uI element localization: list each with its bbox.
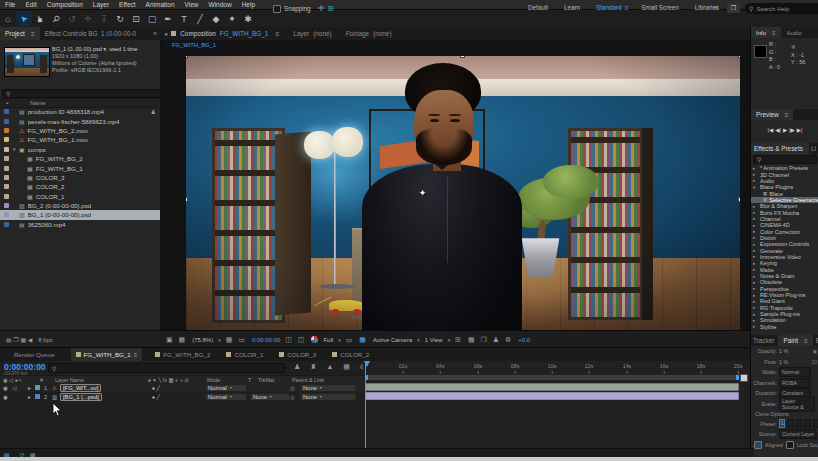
twirl-icon[interactable]: ▸ <box>751 261 758 266</box>
project-item-bg1-psd[interactable]: ▥ BG_1 (0-00-00-00).psd <box>0 210 160 219</box>
twirl-icon[interactable]: ▸ <box>751 204 758 209</box>
label-color-swatch[interactable] <box>4 137 9 142</box>
project-footer-icons[interactable]: ▤ ❐ ▦ ◀ <box>6 336 32 343</box>
home-tool[interactable]: ⌂ <box>0 11 16 26</box>
twirl-icon[interactable]: ▸ <box>751 178 758 183</box>
roto-brush-tool[interactable]: ✱ <box>240 11 256 26</box>
tab-comp-fg-with-bg-1[interactable]: FG_WITH_BG_1 ≡ <box>71 348 143 361</box>
twirl-icon[interactable]: ▸ <box>751 166 758 171</box>
effect-category-expression-controls[interactable]: ▸ Expression Controls <box>751 241 818 247</box>
eye-icon[interactable]: ◉ <box>3 394 8 400</box>
label-color-swatch[interactable] <box>4 184 9 189</box>
composition-navigator-chip[interactable]: FG_WITH_BG_1 <box>163 40 225 50</box>
panel-menu-icon[interactable]: ≡ <box>804 337 808 344</box>
project-bit-depth[interactable]: 8 bpc <box>38 337 53 343</box>
clone-preset-button[interactable] <box>787 419 793 428</box>
menu-item[interactable]: Effect <box>114 0 141 9</box>
layer-label-color[interactable] <box>35 385 40 390</box>
tab-comp-color-1[interactable]: COLOR_1 <box>226 348 266 361</box>
audio-icon[interactable]: ◁ <box>12 385 16 391</box>
first-frame-button[interactable]: |◀ <box>768 127 774 133</box>
workspace-overflow-icon[interactable]: » <box>714 4 718 11</box>
twirl-icon[interactable]: ▸ <box>751 299 758 304</box>
tab-libraries-truncated[interactable]: Li <box>811 145 816 152</box>
clone-preset-button[interactable] <box>796 419 802 428</box>
clone-preset-button[interactable]: 1 <box>779 419 785 428</box>
exposure-value[interactable]: +0.0 <box>518 337 530 343</box>
back-icon[interactable]: ◂ <box>164 30 167 38</box>
brush-tool[interactable]: ╱ <box>192 11 208 26</box>
selection-handle[interactable] <box>738 56 740 58</box>
last-frame-button[interactable]: ▶| <box>797 127 803 133</box>
pickwhip-icon[interactable]: ◎ <box>290 385 295 391</box>
pickwhip-icon[interactable]: ◎ <box>290 394 295 400</box>
region-of-interest-icon[interactable]: ▭ <box>346 336 355 344</box>
label-color-swatch[interactable] <box>4 128 9 133</box>
selection-handle[interactable] <box>186 197 188 202</box>
project-folder-comps[interactable]: ▾ ▣ comps <box>0 145 160 154</box>
workspace-tab[interactable]: Learn <box>564 4 583 11</box>
tab-tracker[interactable]: Tracker <box>753 337 774 344</box>
pan-camera-tool[interactable]: ✛ <box>80 11 96 26</box>
menu-item[interactable]: Layer <box>88 0 114 9</box>
label-column-icon[interactable]: ▪ <box>0 100 30 106</box>
viewer-timecode[interactable]: 0:00:00:00 <box>252 337 280 343</box>
grid-mask-icons[interactable]: ▦ ▭ <box>226 336 247 344</box>
tab-audio[interactable]: Audio <box>787 30 802 36</box>
panel-menu-icon[interactable]: ≡ <box>31 30 35 37</box>
panel-menu-icon[interactable]: ≡ <box>772 30 776 36</box>
type-tool[interactable]: T <box>176 11 192 26</box>
label-color-swatch[interactable] <box>4 212 9 217</box>
label-color-swatch[interactable] <box>4 166 9 171</box>
layer-anchor-point-icon[interactable]: ✦ <box>419 189 427 198</box>
project-search-input[interactable]: ⚲ <box>2 89 162 98</box>
layer-row-2[interactable]: ◉ ▸ 2 ▥ [BG_1 (...psd] ♠ ╱ Normal▾ None▾… <box>0 392 363 401</box>
layer-switches[interactable]: ♠ ╱ <box>152 394 160 400</box>
project-item-3625060-mp4[interactable]: ▤ 3625060.mp4 <box>0 220 160 229</box>
tab-render-queue[interactable]: Render Queue <box>14 348 58 361</box>
tab-info[interactable]: Info ≡ <box>751 27 781 38</box>
project-item-comp-fg2[interactable]: ▦ FG_WITH_BG_2 <box>0 154 160 163</box>
project-item-comp-fg1[interactable]: ▦ FG_WITH_BG_1 <box>0 163 160 172</box>
label-color-swatch[interactable] <box>4 175 9 180</box>
selection-handle[interactable] <box>738 197 740 202</box>
timeline-search-input[interactable]: ⚲ <box>48 363 285 373</box>
shape-tool[interactable]: ▢ <box>144 11 160 26</box>
eraser-tool[interactable]: ✦ <box>224 11 240 26</box>
twirl-icon[interactable]: ▸ <box>751 274 758 279</box>
parent-dropdown[interactable]: None▾ <box>300 393 356 401</box>
label-color-swatch[interactable] <box>4 156 9 161</box>
selection-handle[interactable] <box>460 56 465 58</box>
project-item-comp-color1[interactable]: ▦ COLOR_1 <box>0 192 160 201</box>
tab-comp-color-3[interactable]: COLOR_3 <box>279 348 319 361</box>
twirl-icon[interactable]: ▸ <box>751 254 758 259</box>
layer-expander-icon[interactable]: ▸ <box>28 394 31 400</box>
twirl-icon[interactable]: ▸ <box>751 235 758 240</box>
layer-expander-icon[interactable]: ▸ <box>28 385 31 391</box>
view-layout-dropdown[interactable]: 1 View <box>425 337 443 343</box>
panel-menu-icon[interactable]: ≡ <box>785 111 789 118</box>
play-button[interactable]: ▶ <box>783 127 787 133</box>
menu-item[interactable]: Help <box>237 0 260 9</box>
twirl-icon[interactable]: ▸ <box>751 223 758 228</box>
time-ruler[interactable]: 02s04s06s08s10s12s14s16s18s20s <box>363 361 745 451</box>
layer-name[interactable]: [BG_1 (...psd] <box>60 393 102 401</box>
snap-grid-icon[interactable]: ⊞ <box>327 4 334 13</box>
help-search-input[interactable]: ⚲ Search Help <box>745 3 818 14</box>
tab-overflow-icon[interactable]: » <box>153 30 157 37</box>
hand-tool[interactable]: ☛ <box>32 11 48 26</box>
project-item-fg1-mov[interactable]: ⚠ FG_WITH_BG_1.mov <box>0 135 160 144</box>
track-matte-dropdown[interactable]: None▾ <box>250 393 290 401</box>
clone-preset-button[interactable] <box>813 419 818 428</box>
workspace-tab[interactable]: Small Screen <box>641 4 681 11</box>
label-color-swatch[interactable] <box>4 119 9 124</box>
selection-tool[interactable]: ➤ <box>16 11 32 26</box>
snapshot-icons[interactable]: ◫ ◫ <box>285 336 306 344</box>
twirl-icon[interactable]: ▸ <box>751 267 758 272</box>
tab-paint[interactable]: Paint ≡ <box>778 335 812 346</box>
twirl-icon[interactable]: ▸ <box>751 305 758 310</box>
previous-frame-button[interactable]: ◀| <box>775 127 781 133</box>
viewer-misc-icons[interactable]: ▣ ▦ <box>166 336 187 344</box>
paint-property-value[interactable]: 1 % <box>779 348 788 354</box>
composition-viewer[interactable]: ✦ <box>160 40 750 330</box>
